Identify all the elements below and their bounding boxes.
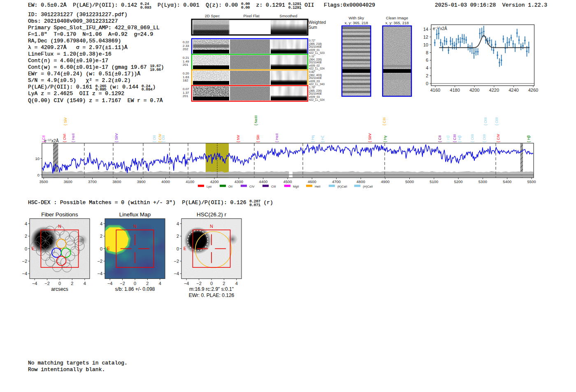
svg-text:0: 0 (100, 246, 102, 251)
svg-text:{ CIII: { CIII (453, 134, 457, 142)
svg-text:4000: 4000 (161, 179, 170, 184)
svg-text:{ Hβ: { Hβ (446, 135, 450, 142)
svg-text:0: 0 (25, 246, 27, 251)
svg-text:(H)CaII: (H)CaII (363, 185, 373, 188)
svg-text:10: 10 (35, 156, 39, 161)
svg-text:N: N (58, 224, 61, 229)
svg-text:−2: −2 (174, 259, 179, 264)
svg-text:4200: 4200 (469, 88, 479, 93)
svg-text:4240: 4240 (509, 88, 518, 93)
svg-text:4: 4 (159, 281, 161, 286)
svg-text:E: E (183, 246, 186, 251)
svg-text:2: 2 (100, 234, 102, 239)
svg-text:{ HeII: { HeII (275, 133, 279, 142)
svg-text:3500: 3500 (39, 179, 48, 184)
svg-text:−2: −2 (97, 259, 102, 264)
svg-text:1.79": 1.79" (309, 86, 316, 89)
svg-text:20210408: 20210408 (309, 92, 321, 95)
svg-text:Sum: Sum (309, 25, 317, 30)
svg-text:422_LL_024: 422_LL_024 (309, 98, 325, 102)
svg-text:0: 0 (134, 281, 136, 286)
svg-text:Fiber Positions: Fiber Positions (41, 211, 78, 218)
svg-text:−4: −4 (184, 281, 189, 286)
svg-text:{ CIII: { CIII (382, 117, 386, 125)
svg-text:0: 0 (58, 281, 61, 286)
svg-text:−4: −4 (32, 281, 37, 286)
svg-text:4400: 4400 (259, 179, 267, 184)
svg-text:4900: 4900 (381, 179, 390, 184)
svg-text:{ CIV: { CIV (496, 134, 500, 142)
svg-text:Clean Image: Clean Image (386, 16, 408, 20)
svg-text:4160: 4160 (430, 88, 440, 93)
svg-text:20210408: 20210408 (309, 77, 321, 79)
svg-text:{ Hβ: { Hβ (458, 135, 462, 142)
svg-text:2: 2 (71, 281, 73, 286)
svg-text:201: 201 (183, 94, 188, 98)
svg-text:m:16.9 rc:2.9" s:0.1": m:16.9 rc:2.9" s:0.1" (189, 286, 234, 292)
svg-text:5000: 5000 (405, 179, 414, 184)
svg-text:Smoothed: Smoothed (279, 14, 297, 18)
svg-text:{ OII: { OII (161, 135, 165, 142)
svg-text:{ SiII: { SiII (256, 135, 260, 142)
svg-text:4180: 4180 (450, 88, 460, 93)
svg-text:{ SiV: { SiV (63, 117, 67, 125)
svg-text:2: 2 (25, 234, 27, 239)
svg-text:3700: 3700 (88, 179, 97, 184)
svg-text:2: 2 (426, 73, 428, 78)
svg-text:2: 2 (223, 281, 225, 286)
svg-text:−2: −2 (44, 281, 50, 286)
svg-text:20210408: 20210408 (309, 61, 321, 64)
svg-text:201: 201 (183, 63, 188, 67)
svg-text:EWr: 0. PLAE: 0.126: EWr: 0. PLAE: 0.126 (189, 292, 235, 298)
svg-text:N: N (210, 224, 213, 229)
svg-text:4: 4 (84, 281, 86, 286)
svg-text:{ Hβ: { Hβ (527, 135, 531, 142)
svg-text:{ OVI: { OVI (63, 134, 67, 142)
svg-text:E: E (107, 246, 110, 251)
svg-text:Weighted: Weighted (309, 20, 326, 25)
svg-text:×: × (59, 246, 62, 251)
svg-text:8: 8 (426, 50, 428, 55)
svg-text:182: 182 (183, 79, 188, 82)
svg-text:4: 4 (177, 221, 179, 226)
svg-text:10: 10 (423, 42, 428, 47)
svg-text:−4: −4 (174, 271, 179, 276)
svg-text:0: 0 (37, 173, 39, 177)
svg-text:4500: 4500 (283, 179, 292, 184)
svg-text:3600: 3600 (64, 179, 72, 184)
svg-text:HeII: HeII (315, 185, 321, 188)
svg-text:{ Hγ: { Hγ (383, 135, 387, 142)
svg-text:N: N (133, 224, 137, 229)
svg-text:14: 14 (423, 27, 428, 32)
svg-text:3800: 3800 (112, 179, 121, 184)
svg-text:1.11": 1.11" (309, 55, 316, 58)
svg-text:{ NeIII: { NeIII (254, 115, 258, 125)
svg-text:202: 202 (183, 47, 188, 51)
svg-text:−2: −2 (120, 281, 125, 286)
svg-text:4: 4 (426, 65, 428, 70)
svg-text:x, y: 365, 218: x, y: 365, 218 (385, 21, 409, 25)
svg-text:{ SiIV: { SiIV (114, 133, 118, 142)
svg-text:OII: OII (228, 185, 232, 188)
svg-text:{ OII: { OII (152, 135, 156, 142)
svg-text:4700: 4700 (332, 179, 341, 184)
svg-text:4800: 4800 (356, 179, 365, 184)
svg-text:5400: 5400 (503, 179, 511, 184)
svg-text:−4: −4 (22, 271, 27, 276)
svg-text:s/b: 1.86 +/- 0.098: s/b: 1.86 +/- 0.098 (115, 286, 155, 292)
svg-text:0: 0 (426, 81, 428, 86)
svg-text:{ OIII: { OIII (483, 117, 488, 125)
svg-text:5200: 5200 (454, 179, 463, 184)
svg-text:4220: 4220 (489, 88, 499, 93)
svg-text:4: 4 (25, 221, 27, 226)
svg-text:HSC(26.2) r: HSC(26.2) r (197, 211, 227, 218)
svg-text:20210408: 20210408 (309, 45, 321, 48)
svg-text:Pixel Flat: Pixel Flat (243, 14, 259, 18)
svg-text:{ OIII: { OIII (482, 134, 486, 142)
svg-text:2: 2 (177, 234, 179, 239)
svg-text:{ NV: { NV (236, 135, 240, 142)
svg-text:0.72": 0.72" (309, 39, 316, 42)
svg-text:{ SiIV: { SiIV (368, 133, 372, 142)
svg-text:{ Hζ: { Hζ (321, 136, 325, 142)
svg-text:{ OIII: { OIII (495, 117, 499, 125)
